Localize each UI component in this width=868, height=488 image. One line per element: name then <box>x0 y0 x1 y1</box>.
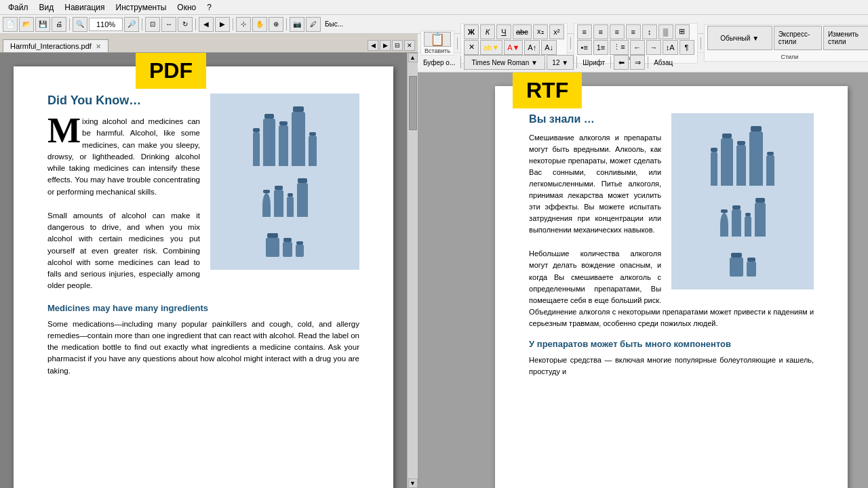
align-justify-btn[interactable]: ≡ <box>626 24 641 39</box>
border-btn[interactable]: ⊞ <box>675 24 690 39</box>
change-styles-btn[interactable]: Изменить стили <box>823 26 868 50</box>
pdf-content-area[interactable]: Did You Know… Mixing alcohol and medicin… <box>0 53 407 488</box>
pdf-tab-bar: Harmful_Interactions.pdf ✕ ◀ ▶ ⊟ ✕ <box>0 34 418 53</box>
show-marks-btn[interactable]: ¶ <box>679 40 694 55</box>
rtf-content-area[interactable]: Вы знали … Смешивание алкоголя и препара… <box>418 73 868 488</box>
rtf-toolbar-row1: 📋 Вставить Ж К Ч abc x₂ x² ✕ <box>418 34 868 53</box>
rtf-sep3 <box>701 37 701 49</box>
menu-help[interactable]: ? <box>201 1 217 14</box>
zoom-input[interactable] <box>89 18 123 31</box>
decrease-indent-btn[interactable]: ← <box>630 40 645 55</box>
para-row1: ≡ ≡ ≡ ≡ ↕ ▒ ⊞ <box>577 24 694 39</box>
numbering-btn[interactable]: 1≡ <box>593 40 609 55</box>
pdf-section-heading1: Medicines may have many ingredients <box>47 303 359 313</box>
menu-file[interactable]: Файл <box>3 1 34 14</box>
pdf-nav-btns: ◀ ▶ ⊟ ✕ <box>368 40 415 52</box>
print-btn[interactable]: 🖨 <box>52 17 66 32</box>
styles-row: Обычный ▼ Экспресс-стили Изменить стили <box>707 26 868 53</box>
pdf-page: Did You Know… Mixing alcohol and medicin… <box>14 66 393 488</box>
menu-navigation[interactable]: Навигация <box>59 1 110 14</box>
format-row1: Ж К Ч abc x₂ x² <box>464 24 564 39</box>
rtf-align-left-btn[interactable]: ⬅ <box>614 55 629 70</box>
rtf-bottle-row-2 <box>720 198 766 237</box>
clear-format-btn[interactable]: ✕ <box>464 40 479 55</box>
zoom-region-btn[interactable]: ⊕ <box>269 17 283 32</box>
bottle-row-2 <box>262 178 308 217</box>
font-size-dropdown[interactable]: 12 ▼ <box>547 55 574 70</box>
strikethrough-btn[interactable]: abc <box>513 24 532 39</box>
save-btn[interactable]: 💾 <box>35 17 50 32</box>
align-center-btn[interactable]: ≡ <box>593 24 608 39</box>
pdf-paragraph3: Some medications—including many popular … <box>47 319 359 377</box>
shading-btn[interactable]: ▒ <box>658 24 673 39</box>
rtf-content-wrapper: RTF <box>418 73 868 488</box>
fit-page-btn[interactable]: ⊡ <box>145 17 160 32</box>
highlight-btn[interactable]: 🖊 <box>306 17 321 32</box>
sep3 <box>195 18 196 30</box>
new-btn[interactable]: 📄 <box>3 17 18 32</box>
zoom-out-btn[interactable]: 🔍 <box>73 17 87 32</box>
pdf-nav-tile[interactable]: ⊟ <box>392 40 403 51</box>
superscript-btn[interactable]: x² <box>549 24 564 39</box>
styles-label: Стили <box>707 53 868 60</box>
increase-indent-btn[interactable]: → <box>646 40 661 55</box>
scrollbar-thumb[interactable] <box>409 76 417 130</box>
hand-btn[interactable]: ✋ <box>252 17 267 32</box>
font-color-btn[interactable]: A▼ <box>504 40 523 55</box>
menu-tools[interactable]: Инструменты <box>111 1 172 14</box>
bullets-btn[interactable]: •≡ <box>577 40 592 55</box>
next-page-btn[interactable]: ▶ <box>215 17 230 32</box>
rtf-sep1 <box>457 37 458 49</box>
font-section-label: Шрифт <box>580 59 608 66</box>
rotate-btn[interactable]: ↻ <box>178 17 193 32</box>
align-left-btn[interactable]: ≡ <box>577 24 592 39</box>
styles-group: Обычный ▼ Экспресс-стили Изменить стили … <box>704 24 868 62</box>
rtf-sep7 <box>610 56 611 68</box>
menu-window[interactable]: Окно <box>172 1 201 14</box>
para-section-label: Абзац <box>651 59 675 66</box>
bold-btn[interactable]: Ж <box>464 24 479 39</box>
font-size-down-btn[interactable]: A↓ <box>541 40 557 55</box>
pdf-nav-right[interactable]: ▶ <box>380 40 391 51</box>
pdf-tab[interactable]: Harmful_Interactions.pdf ✕ <box>3 39 108 52</box>
sep2 <box>142 18 142 30</box>
select-btn[interactable]: ⊹ <box>236 17 251 32</box>
italic-btn[interactable]: К <box>480 24 495 39</box>
open-btn[interactable]: 📂 <box>19 17 34 32</box>
fit-width-btn[interactable]: ↔ <box>161 17 176 32</box>
sort-btn[interactable]: ↕A <box>663 40 678 55</box>
rtf-sep8 <box>648 56 648 68</box>
rtf-ltr-btn[interactable]: ⇒ <box>630 55 645 70</box>
font-name-dropdown[interactable]: Times New Roman ▼ <box>464 55 545 70</box>
express-styles-btn[interactable]: Экспресс-стили <box>774 26 822 50</box>
underline-btn[interactable]: Ч <box>496 24 511 39</box>
pdf-tab-label: Harmful_Interactions.pdf <box>10 42 92 50</box>
menu-view[interactable]: Вид <box>34 1 60 14</box>
multilevel-btn[interactable]: ⋮≡ <box>610 40 628 55</box>
sep5 <box>286 18 287 30</box>
rtf-panel: 📋 Вставить Ж К Ч abc x₂ x² ✕ <box>418 34 868 488</box>
paste-btn[interactable]: 📋 <box>424 32 451 47</box>
line-spacing-btn[interactable]: ↕ <box>642 24 657 39</box>
rtf-medicine-image <box>671 113 814 289</box>
subscript-btn[interactable]: x₂ <box>533 24 548 39</box>
rtf-section-heading1: У препаратов может быть много компоненто… <box>529 339 814 349</box>
sep1 <box>69 18 70 30</box>
pdf-nav-close[interactable]: ✕ <box>404 40 415 51</box>
pdf-tab-close[interactable]: ✕ <box>96 43 101 50</box>
rtf-sep6 <box>576 56 577 68</box>
align-right-btn[interactable]: ≡ <box>610 24 625 39</box>
font-size-up-btn[interactable]: A↑ <box>524 40 540 55</box>
font-color-bg-btn[interactable]: ab▼ <box>480 40 502 55</box>
scroll-down-btn[interactable]: ▼ <box>408 479 418 488</box>
snapshot-btn[interactable]: 📷 <box>290 17 304 32</box>
pdf-scrollbar[interactable]: ▲ ▼ <box>407 53 418 488</box>
bottle-row-3 <box>266 233 304 257</box>
scroll-up-btn[interactable]: ▲ <box>408 53 418 62</box>
zoom-in-btn[interactable]: 🔎 <box>124 17 139 32</box>
toolbar-extra: Быс... <box>325 20 343 28</box>
prev-page-btn[interactable]: ◀ <box>199 17 214 32</box>
rtf-toolbar-area: 📋 Вставить Ж К Ч abc x₂ x² ✕ <box>418 34 868 73</box>
styles-dropdown[interactable]: Обычный ▼ <box>707 26 772 50</box>
pdf-nav-left[interactable]: ◀ <box>368 40 378 51</box>
